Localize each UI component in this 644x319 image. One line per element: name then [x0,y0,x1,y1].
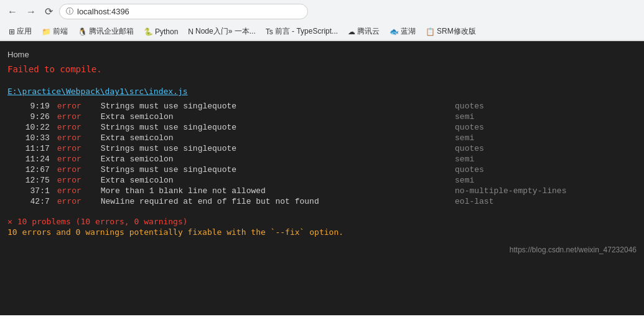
error-line: 11:17 [7,143,55,154]
file-path-link[interactable]: E:\practice\Webpack\day1\src\index.js [7,87,637,96]
error-line: 12:75 [7,175,55,186]
error-rule: semi [430,154,637,164]
error-level: error [55,196,98,207]
error-line: 10:33 [7,133,55,143]
back-button[interactable]: ← [5,5,20,19]
bookmark-item[interactable]: ⊞应用 [5,25,35,38]
error-line: 10:22 [7,122,55,133]
bookmark-icon: Ts [266,27,273,36]
table-row: 12:67 error Strings must use singlequote… [7,164,637,175]
bookmark-item[interactable]: 🐍Python [140,26,182,37]
summary-line2: 10 errors and 0 warnings potentially fix… [7,226,637,237]
bookmark-label: 前端 [53,26,68,37]
table-row: 10:22 error Strings must use singlequote… [7,122,637,133]
bookmark-item[interactable]: 🐟蓝湖 [386,25,419,38]
bookmark-icon: 🐍 [144,27,153,36]
error-rule: semi [430,133,637,143]
error-line: 9:26 [7,112,55,122]
bookmark-label: 蓝湖 [401,26,416,37]
bookmark-item[interactable]: 🐧腾讯企业邮箱 [74,25,138,38]
error-message: Strings must use singlequote [98,101,430,112]
bookmarks-bar: ⊞应用📁前端🐧腾讯企业邮箱🐍PythonNNode入门» 一本...Ts前言 -… [0,23,644,40]
error-line: 12:67 [7,164,55,175]
error-message: Extra semicolon [98,112,430,122]
bookmark-label: SRM修改版 [437,26,476,37]
bookmark-icon: ☁ [348,27,355,36]
bookmark-icon: ⊞ [9,27,15,36]
address-text: localhost:4396 [77,7,129,16]
error-rule: quotes [430,164,637,175]
error-level: error [55,143,98,154]
breadcrumb: Home [0,47,644,62]
error-section: E:\practice\Webpack\day1\src\index.js 9:… [0,82,644,212]
lock-icon: ⓘ [66,6,73,17]
error-table: 9:19 error Strings must use singlequote … [7,101,637,207]
page-content: Home Failed to compile. E:\practice\Webp… [0,41,644,315]
forward-button[interactable]: → [24,5,39,19]
address-bar[interactable]: ⓘ localhost:4396 [59,4,308,19]
table-row: 10:33 error Extra semicolon semi [7,133,637,143]
bookmark-item[interactable]: NNode入门» 一本... [184,25,259,38]
table-row: 42:7 error Newline required at end of fi… [7,196,637,207]
table-row: 11:24 error Extra semicolon semi [7,154,637,164]
error-level: error [55,133,98,143]
bookmark-label: 应用 [17,26,32,37]
error-message: Newline required at end of file but not … [98,196,430,207]
bookmark-item[interactable]: 📋SRM修改版 [422,25,480,38]
error-message: Extra semicolon [98,133,430,143]
refresh-button[interactable]: ⟳ [42,4,55,19]
bookmark-item[interactable]: Ts前言 - TypeScript... [262,25,342,38]
error-level: error [55,164,98,175]
bookmark-icon: 🐟 [390,27,399,36]
error-rule: quotes [430,122,637,133]
watermark: https://blog.csdn.net/weixin_47232046 [0,242,644,258]
error-level: error [55,175,98,186]
error-rule: quotes [430,101,637,112]
error-level: error [55,112,98,122]
error-rule: no-multiple-empty-lines [430,186,637,196]
error-line: 37:1 [7,186,55,196]
bookmark-label: 前言 - TypeScript... [275,26,338,37]
bookmark-icon: 📁 [42,27,51,36]
error-message: Extra semicolon [98,154,430,164]
error-line: 42:7 [7,196,55,207]
nav-bar: ← → ⟳ ⓘ localhost:4396 [0,0,644,23]
bookmark-label: 腾讯云 [357,26,380,37]
error-level: error [55,122,98,133]
error-message: Strings must use singlequote [98,122,430,133]
bookmark-icon: 📋 [426,27,435,36]
error-level: error [55,154,98,164]
error-rule: semi [430,112,637,122]
error-rule: quotes [430,143,637,154]
table-row: 9:19 error Strings must use singlequote … [7,101,637,112]
bookmark-icon: N [188,27,194,36]
bookmark-label: Python [155,27,178,36]
bookmark-item[interactable]: 📁前端 [38,25,72,38]
table-row: 9:26 error Extra semicolon semi [7,112,637,122]
error-rule: eol-last [430,196,637,207]
summary-section: ✕ 10 problems (10 errors, 0 warnings) 10… [0,212,644,242]
bookmark-icon: 🐧 [78,27,87,36]
error-message: More than 1 blank line not allowed [98,186,430,196]
error-line: 9:19 [7,101,55,112]
compile-error-message: Failed to compile. [0,62,644,82]
browser-chrome: ← → ⟳ ⓘ localhost:4396 ⊞应用📁前端🐧腾讯企业邮箱🐍Pyt… [0,0,644,41]
table-row: 12:75 error Extra semicolon semi [7,175,637,186]
table-row: 37:1 error More than 1 blank line not al… [7,186,637,196]
error-line: 11:24 [7,154,55,164]
error-message: Extra semicolon [98,175,430,186]
table-row: 11:17 error Strings must use singlequote… [7,143,637,154]
error-message: Strings must use singlequote [98,164,430,175]
error-level: error [55,186,98,196]
bookmark-label: 腾讯企业邮箱 [89,26,134,37]
error-level: error [55,101,98,112]
bookmark-label: Node入门» 一本... [195,26,256,37]
summary-line1: ✕ 10 problems (10 errors, 0 warnings) [7,217,637,226]
bookmark-item[interactable]: ☁腾讯云 [344,25,383,38]
error-message: Strings must use singlequote [98,143,430,154]
error-rule: semi [430,175,637,186]
